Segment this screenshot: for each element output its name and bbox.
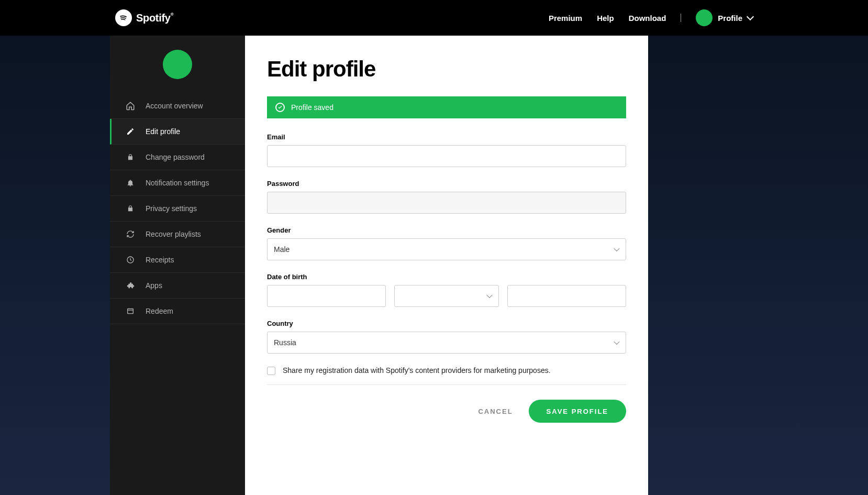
profile-menu-trigger[interactable]: Profile [696, 9, 753, 26]
nav-premium[interactable]: Premium [549, 14, 582, 23]
sidebar-item-recover-playlists[interactable]: Recover playlists [110, 222, 245, 247]
sidebar-item-apps[interactable]: Apps [110, 273, 245, 299]
dob-label: Date of birth [267, 273, 626, 281]
sidebar-item-change-password[interactable]: Change password [110, 145, 245, 170]
home-icon [126, 101, 135, 111]
nav-profile-label: Profile [718, 14, 742, 23]
checkbox-icon[interactable] [267, 367, 275, 375]
clock-icon [126, 255, 135, 265]
divider [267, 384, 626, 385]
bell-icon [126, 178, 135, 188]
sidebar-item-receipts[interactable]: Receipts [110, 247, 245, 273]
sidebar-item-label: Change password [146, 153, 205, 161]
sidebar-item-label: Account overview [146, 102, 203, 110]
refresh-icon [126, 229, 135, 239]
account-sidebar: Account overview Edit profile Change pas… [110, 36, 245, 495]
cancel-button[interactable]: CANCEL [478, 408, 513, 415]
country-label: Country [267, 320, 626, 327]
sidebar-item-redeem[interactable]: Redeem [110, 299, 245, 324]
email-field[interactable] [267, 145, 626, 167]
share-data-label: Share my registration data with Spotify'… [283, 366, 551, 375]
save-profile-button[interactable]: SAVE PROFILE [529, 400, 626, 423]
main-panel: Edit profile Profile saved Email Passwor… [245, 36, 648, 495]
sidebar-item-label: Privacy settings [146, 204, 197, 213]
sidebar-item-label: Recover playlists [146, 230, 201, 238]
sidebar-item-account-overview[interactable]: Account overview [110, 93, 245, 119]
brand-name: Spotify® [136, 12, 173, 24]
sidebar-item-label: Redeem [146, 307, 173, 315]
page-body: Account overview Edit profile Change pas… [0, 36, 868, 495]
sidebar-item-label: Receipts [146, 256, 174, 264]
password-label: Password [267, 180, 626, 188]
sidebar-avatar-wrap [110, 36, 245, 93]
nav-help[interactable]: Help [597, 14, 614, 23]
sidebar-item-label: Edit profile [146, 127, 180, 136]
lock-icon [126, 152, 135, 162]
form-actions: CANCEL SAVE PROFILE [267, 400, 626, 423]
nav-divider [681, 14, 681, 22]
page-title: Edit profile [267, 57, 626, 82]
avatar [163, 50, 192, 79]
gender-select[interactable] [267, 238, 626, 260]
puzzle-icon [126, 281, 135, 290]
sidebar-item-notification-settings[interactable]: Notification settings [110, 170, 245, 196]
top-nav: Spotify® Premium Help Download Profile [0, 0, 868, 36]
dob-month-select[interactable] [394, 285, 499, 307]
nav-download[interactable]: Download [629, 14, 666, 23]
sidebar-item-label: Notification settings [146, 179, 209, 187]
avatar [696, 9, 713, 26]
email-label: Email [267, 133, 626, 141]
chevron-down-icon [747, 13, 754, 20]
share-data-row[interactable]: Share my registration data with Spotify'… [267, 366, 626, 375]
check-circle-icon [275, 103, 285, 112]
nav-right: Premium Help Download Profile [549, 9, 753, 26]
sidebar-item-privacy-settings[interactable]: Privacy settings [110, 196, 245, 222]
password-field[interactable] [267, 192, 626, 214]
card-icon [126, 306, 135, 316]
gender-label: Gender [267, 226, 626, 234]
spotify-logo-icon [115, 9, 132, 26]
alert-text: Profile saved [291, 103, 333, 112]
lock-icon [126, 204, 135, 213]
sidebar-item-edit-profile[interactable]: Edit profile [110, 119, 245, 145]
dob-year-field[interactable] [507, 285, 626, 307]
brand[interactable]: Spotify® [115, 9, 173, 26]
country-select[interactable] [267, 332, 626, 354]
pencil-icon [126, 127, 135, 136]
alert-success: Profile saved [267, 96, 626, 118]
sidebar-item-label: Apps [146, 281, 162, 290]
svg-rect-2 [128, 309, 133, 313]
dob-day-field[interactable] [267, 285, 386, 307]
